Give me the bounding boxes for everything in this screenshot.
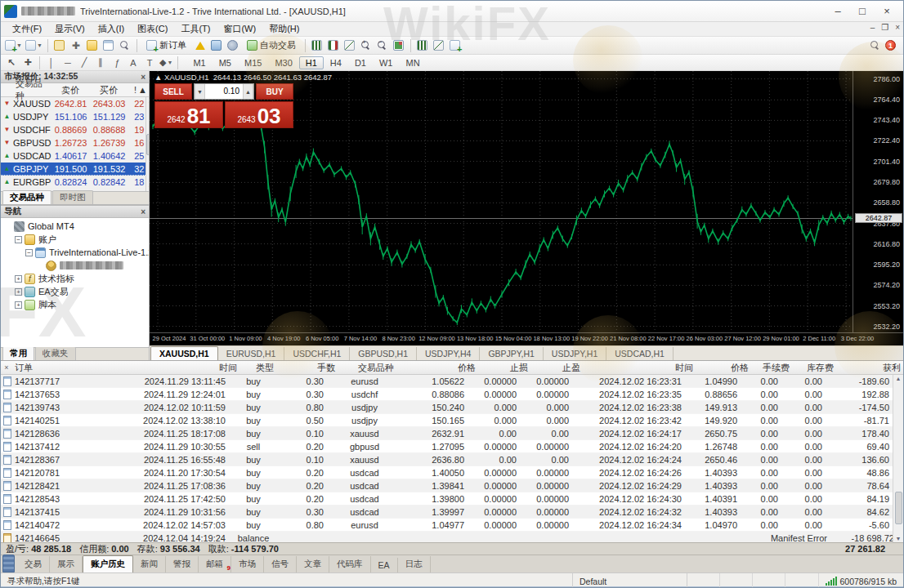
terminal-tab-展示[interactable]: 展示 (50, 556, 83, 572)
history-row-142128367[interactable]: 1421283672024.11.25 16:55:48buy0.10xauus… (1, 453, 903, 466)
profiles-button[interactable]: ▼ (25, 38, 43, 53)
market-watch-tab[interactable]: 即时图 (52, 190, 93, 204)
metaquotes-terminal-icon[interactable] (209, 38, 224, 53)
buy-price-panel[interactable]: 2643 03 (225, 101, 293, 128)
scrollbar-thumb[interactable] (895, 492, 902, 524)
strategy-tester-icon[interactable] (118, 38, 132, 53)
chart-area[interactable]: ▲ XAUUSD,H1 2644.13 2646.50 2641.63 2642… (150, 71, 903, 345)
status-profile[interactable]: Default (573, 573, 687, 588)
history-column-2[interactable]: 类型 (239, 362, 290, 374)
terminal-tab-新闻[interactable]: 新闻 (133, 556, 166, 572)
chart-tab-usdjpy-h4[interactable]: USDJPY,H4 (417, 347, 480, 360)
chart-tab-usdcad-h1[interactable]: USDCAD,H1 (606, 347, 674, 360)
close-button[interactable]: × (880, 5, 893, 17)
navigator-close-icon[interactable]: × (141, 207, 145, 216)
terminal-tab-市场[interactable]: 市场 (231, 556, 264, 572)
timeframe-d1[interactable]: D1 (348, 56, 373, 69)
metaeditor-icon[interactable] (193, 38, 208, 53)
shapes-tool-icon[interactable]: ◆▼ (159, 56, 173, 70)
volume-down-icon[interactable]: ▼ (195, 84, 205, 99)
history-row-142140251[interactable]: 1421402512024.12.02 13:38:10buy0.50usdjp… (1, 414, 903, 427)
trendline-icon[interactable]: ╱ (77, 56, 92, 70)
notification-badge[interactable]: 1 (885, 40, 896, 51)
history-column-5[interactable]: 价格 (414, 362, 478, 374)
child-restore-button[interactable]: ❐ (881, 23, 888, 32)
volume-stepper[interactable]: ▼ 0.10 ▲ (194, 83, 254, 100)
menu-item-w[interactable]: 窗口(W) (217, 23, 262, 34)
terminal-tab-账户历史[interactable]: 账户历史 (83, 555, 133, 572)
history-column-3[interactable]: 手数 (290, 362, 338, 374)
sell-price-panel[interactable]: 2642 81 (154, 101, 223, 128)
tree-item-account-redacted[interactable] (1, 259, 149, 272)
timeframe-m30[interactable]: M30 (268, 56, 298, 69)
history-column-8[interactable]: 时间 (583, 362, 696, 374)
tree-item-TriveInternational-Live-1.2[interactable]: −TriveInternational-Live-1.2 (1, 246, 149, 259)
chart-tab-gbpusd-h1[interactable]: GBPUSD,H1 (350, 347, 417, 360)
expand-icon[interactable]: + (15, 288, 22, 296)
menu-item-i[interactable]: 插入(I) (92, 23, 131, 34)
expand-icon[interactable]: + (15, 275, 22, 283)
history-row-142128636[interactable]: 1421286362024.11.25 18:17:08buy0.10xauus… (1, 427, 903, 440)
history-column-11[interactable]: 库存费 (792, 362, 836, 374)
history-row-142137412[interactable]: 1421374122024.11.29 10:30:55sell0.20gbpu… (1, 440, 903, 453)
history-column-7[interactable]: 止盈 (530, 362, 583, 374)
history-row-142120781[interactable]: 1421207812024.11.20 17:30:54buy0.20usdca… (1, 466, 903, 479)
line-chart-icon[interactable] (342, 38, 357, 53)
timeframe-m5[interactable]: M5 (213, 56, 238, 69)
vertical-line-icon[interactable]: │ (44, 56, 59, 70)
chart-tab-usdchf-h1[interactable]: USDCHF,H1 (284, 347, 350, 360)
data-window-icon[interactable]: ✚ (69, 38, 83, 53)
sound-icon[interactable] (226, 38, 240, 53)
tree-item-脚本[interactable]: +脚本 (1, 298, 149, 311)
bar-chart-icon[interactable] (310, 38, 324, 53)
scrollbar-thumb[interactable] (146, 134, 149, 155)
menu-item-t[interactable]: 工具(T) (174, 23, 217, 34)
terminal-tab-ea[interactable]: EA (371, 558, 398, 572)
history-column-9[interactable]: 价格 (696, 362, 751, 374)
market-watch-row-usdchf[interactable]: ▼USDCHF0.886690.8868819 (1, 123, 145, 136)
terminal-toggle-icon[interactable] (101, 38, 116, 53)
horizontal-line-icon[interactable]: ─ (60, 56, 75, 70)
expand-icon[interactable]: + (15, 301, 22, 309)
market-watch-row-xauusd[interactable]: ▼XAUUSD2642.812643.0322 (1, 97, 145, 110)
market-watch-scrollbar[interactable]: ▲ ▼ (145, 97, 149, 191)
buy-button[interactable]: BUY (256, 83, 293, 100)
history-row-142140472[interactable]: 1421404722024.12.02 14:57:03buy0.80eurus… (1, 519, 903, 532)
terminal-tab-文章[interactable]: 文章 (297, 556, 329, 572)
market-watch-row-gbpjpy[interactable]: ▲GBPJPY191.500191.53232 (1, 163, 145, 176)
history-column-4[interactable]: 交易品种 (338, 362, 414, 374)
crosshair-icon[interactable]: ✚ (20, 56, 35, 70)
new-chart-button[interactable]: ▼ (4, 38, 23, 53)
chart-tab-eurusd-h1[interactable]: EURUSD,H1 (218, 347, 285, 360)
chart-tab-xauusd-h1[interactable]: XAUUSD,H1 (150, 346, 218, 360)
candlestick-chart-icon[interactable] (326, 38, 341, 53)
terminal-scrollbar[interactable]: ▲ ▼ (893, 375, 903, 542)
tree-item-Global MT4[interactable]: Global MT4 (1, 220, 149, 233)
history-column-6[interactable]: 止损 (478, 362, 530, 374)
child-close-button[interactable]: × (895, 23, 900, 32)
history-row-142128543[interactable]: 1421285432024.11.25 17:42:50buy0.20usdca… (1, 492, 903, 506)
column-bid[interactable]: 卖价 (43, 84, 82, 96)
market-watch-row-audusd[interactable]: ▲AUDUSD0.648640.64885 (1, 189, 145, 191)
navigator-toggle-icon[interactable] (85, 38, 100, 53)
chart-shift-icon[interactable] (432, 38, 446, 53)
label-tool-icon[interactable]: T (142, 56, 157, 70)
history-row-142146645[interactable]: 1421466452024.12.04 14:19:24balanceManif… (1, 532, 903, 542)
market-watch-close-icon[interactable]: × (141, 73, 145, 82)
terminal-tab-邮箱[interactable]: 邮箱9 (199, 556, 231, 572)
docked-terminal-vertical-tab[interactable] (2, 555, 15, 572)
sell-button[interactable]: SELL (154, 83, 192, 100)
history-row-142137717[interactable]: 1421377172024.11.29 13:11:45buy0.30eurus… (1, 375, 903, 388)
terminal-tab-日志[interactable]: 日志 (398, 556, 431, 572)
terminal-tab-信号[interactable]: 信号 (264, 556, 297, 572)
market-watch-tab[interactable]: 交易品种 (2, 190, 51, 204)
market-watch-row-eurgbp[interactable]: ▲EURGBP0.828240.8284218 (1, 176, 145, 189)
history-column-0[interactable]: 订单 (12, 362, 91, 374)
search-icon[interactable] (870, 41, 880, 51)
tree-item-EA交易[interactable]: +EA交易 (1, 285, 149, 298)
auto-scroll-icon[interactable] (415, 38, 430, 53)
market-watch-toggle-icon[interactable] (52, 38, 67, 53)
channel-icon[interactable]: ∥ (93, 56, 108, 70)
collapse-icon[interactable]: − (15, 236, 22, 243)
timeframe-m1[interactable]: M1 (186, 56, 212, 69)
